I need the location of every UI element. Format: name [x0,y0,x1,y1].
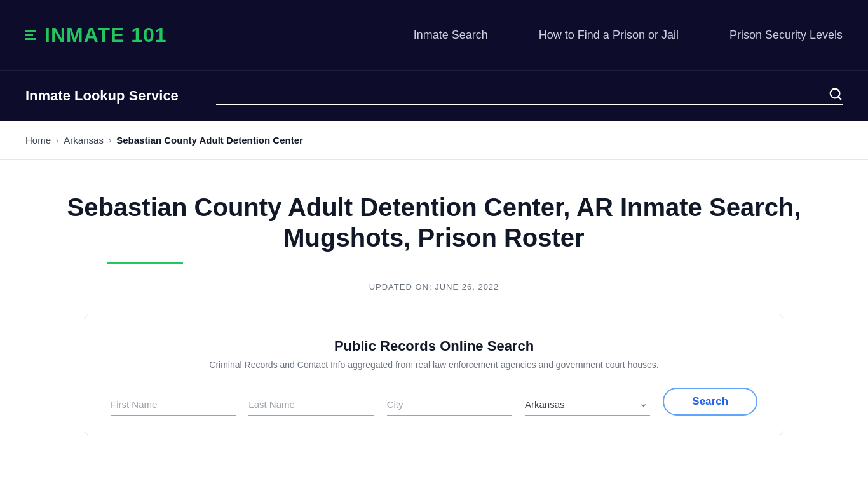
title-underline [107,262,183,264]
search-bar-area: Inmate Lookup Service [0,70,868,121]
last-name-field [248,394,374,416]
nav-link-how-to-find[interactable]: How to Find a Prison or Jail [539,29,679,42]
logo-bars-icon [25,30,36,40]
nav-links: Inmate Search How to Find a Prison or Ja… [414,29,843,42]
nav-link-security-levels[interactable]: Prison Security Levels [729,29,843,42]
first-name-input[interactable] [111,394,236,416]
card-title: Public Records Online Search [111,338,757,355]
logo-text: INMATE 101 [44,24,167,47]
breadcrumb-home[interactable]: Home [25,135,51,146]
top-navigation: INMATE 101 Inmate Search How to Find a P… [0,0,868,70]
search-input-wrapper [216,87,843,105]
page-title: Sebastian County Adult Detention Center,… [25,192,843,253]
public-records-card: Public Records Online Search Criminal Re… [85,315,783,435]
search-icon [829,87,843,101]
breadcrumb-sep-1: › [56,135,58,145]
search-button[interactable]: Search [663,388,757,416]
form-row: AlabamaAlaskaArizonaArkansasCaliforniaCo… [111,388,757,416]
search-bar-label: Inmate Lookup Service [25,88,191,104]
breadcrumb: Home › Arkansas › Sebastian County Adult… [25,135,843,146]
state-select[interactable]: AlabamaAlaskaArizonaArkansasCaliforniaCo… [525,394,650,416]
breadcrumb-section: Home › Arkansas › Sebastian County Adult… [0,121,868,160]
city-field [387,394,512,416]
card-subtitle: Criminal Records and Contact Info aggreg… [111,360,757,370]
first-name-field [111,394,236,416]
logo-inmate: INMATE [44,24,125,46]
breadcrumb-current: Sebastian County Adult Detention Center [116,135,303,146]
search-input[interactable] [216,87,822,100]
updated-date: UPDATED ON: JUNE 26, 2022 [25,282,843,292]
logo[interactable]: INMATE 101 [25,24,167,47]
city-input[interactable] [387,394,512,416]
main-content: Sebastian County Adult Detention Center,… [0,160,868,461]
svg-line-1 [838,97,841,99]
logo-101: 101 [125,24,166,46]
breadcrumb-state[interactable]: Arkansas [64,135,104,146]
state-select-wrapper: AlabamaAlaskaArizonaArkansasCaliforniaCo… [525,394,650,416]
nav-link-inmate-search[interactable]: Inmate Search [414,29,488,42]
last-name-input[interactable] [248,394,374,416]
breadcrumb-sep-2: › [109,135,111,145]
search-submit-button[interactable] [829,87,843,101]
